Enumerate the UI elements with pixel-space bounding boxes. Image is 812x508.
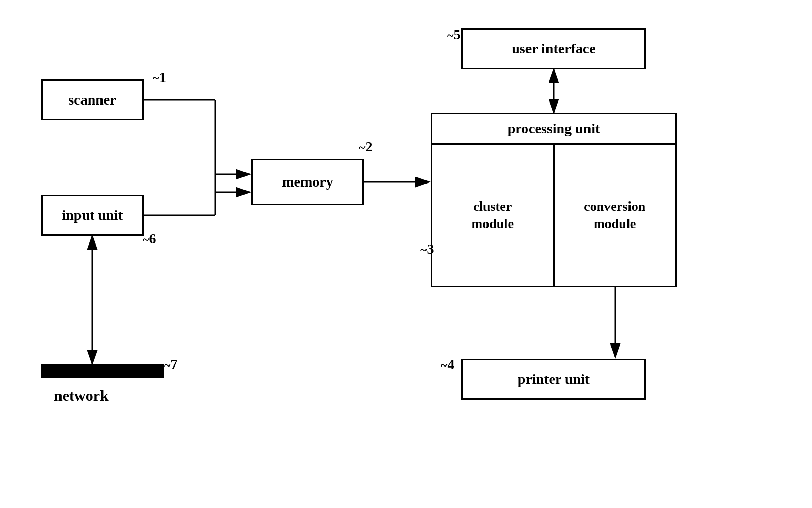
network-bar [41, 364, 164, 378]
input-unit-label: input unit [62, 207, 123, 223]
conversion-module: conversionmodule [555, 145, 676, 286]
pu-modules: clustermodule conversionmodule [432, 145, 675, 286]
ref-4: ~4 [441, 356, 454, 373]
ref-6: ~6 [143, 231, 156, 247]
scanner-box: scanner [41, 79, 144, 120]
processing-unit-title: processing unit [432, 114, 675, 145]
ref-1: ~1 [153, 69, 166, 86]
arrows-svg [0, 0, 812, 508]
diagram-container: scanner input unit memory processing uni… [0, 0, 812, 508]
user-interface-box: user interface [461, 28, 646, 69]
ref-5: ~5 [447, 27, 460, 43]
input-unit-box: input unit [41, 195, 144, 236]
user-interface-label: user interface [512, 40, 596, 57]
cluster-module: clustermodule [432, 145, 555, 286]
ref-3: ~3 [420, 241, 434, 257]
network-label: network [54, 387, 109, 404]
printer-unit-box: printer unit [461, 359, 646, 400]
printer-unit-label: printer unit [518, 371, 590, 388]
ref-7: ~7 [164, 356, 177, 373]
scanner-label: scanner [68, 92, 116, 108]
memory-label: memory [282, 174, 333, 190]
ref-2: ~2 [359, 138, 372, 155]
processing-unit-box: processing unit clustermodule conversion… [431, 113, 677, 287]
memory-box: memory [251, 159, 364, 205]
